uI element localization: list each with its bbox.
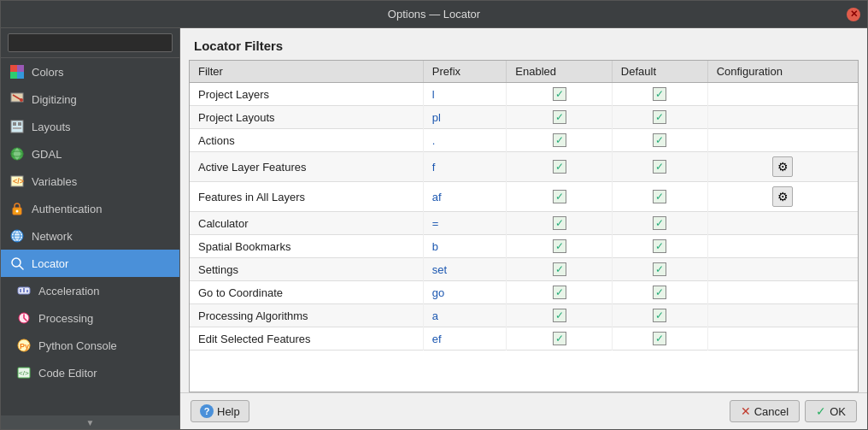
enabled-cell[interactable]: ✓ xyxy=(507,106,613,129)
default-cell[interactable]: ✓ xyxy=(612,281,707,304)
sidebar-item-digitizing[interactable]: Digitizing xyxy=(1,85,179,113)
enabled-cell[interactable]: ✓ xyxy=(507,212,613,235)
enabled-cell[interactable]: ✓ xyxy=(507,235,613,258)
svg-rect-24 xyxy=(20,289,21,292)
default-cell[interactable]: ✓ xyxy=(612,152,707,182)
cancel-button[interactable]: ✕ Cancel xyxy=(730,400,800,422)
filter-name-cell: Project Layouts xyxy=(190,106,423,129)
svg-text:</>: </> xyxy=(19,369,29,377)
sidebar-item-colors[interactable]: Colors xyxy=(1,58,179,85)
enabled-cell[interactable]: ✓ xyxy=(507,152,613,182)
table-row: Features in All Layersaf✓✓⚙ xyxy=(190,182,858,212)
svg-line-22 xyxy=(20,266,23,269)
default-cell[interactable]: ✓ xyxy=(612,212,707,235)
default-checkbox[interactable]: ✓ xyxy=(653,332,666,345)
enabled-checkbox[interactable]: ✓ xyxy=(553,239,566,253)
enabled-checkbox[interactable]: ✓ xyxy=(553,160,566,174)
sidebar-item-variables[interactable]: </> Variables xyxy=(1,168,179,195)
default-cell[interactable]: ✓ xyxy=(612,106,707,129)
enabled-cell[interactable]: ✓ xyxy=(507,129,613,152)
sidebar-item-authentication[interactable]: Authentication xyxy=(1,195,179,222)
sidebar-label-authentication: Authentication xyxy=(32,203,102,215)
search-input[interactable] xyxy=(8,33,173,52)
config-cell: ⚙ xyxy=(707,152,858,182)
sidebar-item-locator[interactable]: Locator xyxy=(1,250,179,277)
col-default: Default xyxy=(612,61,707,83)
enabled-checkbox[interactable]: ✓ xyxy=(553,190,566,203)
enabled-checkbox[interactable]: ✓ xyxy=(553,133,566,147)
svg-rect-3 xyxy=(17,72,24,79)
gdal-icon xyxy=(9,146,25,162)
table-row: Settingsset✓✓ xyxy=(190,258,858,281)
enabled-cell[interactable]: ✓ xyxy=(507,258,613,281)
prefix-cell: f xyxy=(423,152,506,182)
titlebar: Options — Locator ✕ xyxy=(1,1,867,28)
col-filter: Filter xyxy=(190,61,423,83)
enabled-checkbox[interactable]: ✓ xyxy=(553,262,566,276)
cancel-label: Cancel xyxy=(754,405,789,418)
default-checkbox[interactable]: ✓ xyxy=(653,190,666,203)
default-cell[interactable]: ✓ xyxy=(612,182,707,212)
enabled-cell[interactable]: ✓ xyxy=(507,83,613,106)
enabled-checkbox[interactable]: ✓ xyxy=(553,216,566,230)
sidebar-item-gdal[interactable]: GDAL xyxy=(1,140,179,168)
default-checkbox[interactable]: ✓ xyxy=(653,262,666,276)
svg-point-16 xyxy=(16,210,19,213)
network-icon xyxy=(9,228,25,244)
sidebar-label-variables: Variables xyxy=(32,175,77,188)
help-button[interactable]: ? Help xyxy=(191,400,249,422)
default-checkbox[interactable]: ✓ xyxy=(653,216,666,230)
default-cell[interactable]: ✓ xyxy=(612,83,707,106)
enabled-checkbox[interactable]: ✓ xyxy=(553,309,566,322)
action-buttons: ✕ Cancel ✓ OK xyxy=(730,400,857,422)
sidebar-label-colors: Colors xyxy=(32,66,64,79)
default-cell[interactable]: ✓ xyxy=(612,327,707,350)
sidebar-item-layouts[interactable]: Layouts xyxy=(1,113,179,140)
sidebar-item-network[interactable]: Network xyxy=(1,222,179,250)
filter-name-cell: Project Layers xyxy=(190,83,423,106)
ok-icon: ✓ xyxy=(816,404,826,418)
svg-rect-8 xyxy=(13,122,16,126)
enabled-cell[interactable]: ✓ xyxy=(507,304,613,327)
default-checkbox[interactable]: ✓ xyxy=(653,239,666,253)
default-cell[interactable]: ✓ xyxy=(612,304,707,327)
default-checkbox[interactable]: ✓ xyxy=(653,309,666,322)
sidebar-item-python-console[interactable]: Py Python Console xyxy=(1,332,179,359)
enabled-checkbox[interactable]: ✓ xyxy=(553,332,566,345)
sidebar-item-acceleration[interactable]: Acceleration xyxy=(1,277,179,304)
digitizing-icon xyxy=(9,91,25,107)
sidebar-item-code-editor[interactable]: </> Code Editor xyxy=(1,359,179,386)
default-checkbox[interactable]: ✓ xyxy=(653,110,666,124)
ok-button[interactable]: ✓ OK xyxy=(805,400,857,422)
enabled-checkbox[interactable]: ✓ xyxy=(553,87,566,101)
config-gear-button[interactable]: ⚙ xyxy=(772,156,793,177)
sidebar-label-digitizing: Digitizing xyxy=(32,93,77,106)
close-button[interactable]: ✕ xyxy=(847,8,860,21)
enabled-cell[interactable]: ✓ xyxy=(507,327,613,350)
sidebar-scroll-down[interactable]: ▼ xyxy=(1,415,179,429)
config-cell xyxy=(707,106,858,129)
default-checkbox[interactable]: ✓ xyxy=(653,286,666,299)
filter-name-cell: Active Layer Features xyxy=(190,152,423,182)
default-checkbox[interactable]: ✓ xyxy=(653,87,666,101)
filters-table: Filter Prefix Enabled Default Configurat… xyxy=(190,61,858,350)
enabled-checkbox[interactable]: ✓ xyxy=(553,110,566,124)
default-cell[interactable]: ✓ xyxy=(612,258,707,281)
default-cell[interactable]: ✓ xyxy=(612,235,707,258)
help-icon: ? xyxy=(200,404,214,418)
table-row: Active Layer Featuresf✓✓⚙ xyxy=(190,152,858,182)
layouts-icon xyxy=(9,119,25,134)
default-checkbox[interactable]: ✓ xyxy=(653,133,666,147)
enabled-cell[interactable]: ✓ xyxy=(507,281,613,304)
table-row: Edit Selected Featuresef✓✓ xyxy=(190,327,858,350)
enabled-cell[interactable]: ✓ xyxy=(507,182,613,212)
config-gear-button[interactable]: ⚙ xyxy=(772,186,793,207)
default-checkbox[interactable]: ✓ xyxy=(653,160,666,174)
config-cell xyxy=(707,281,858,304)
sidebar-item-processing[interactable]: Processing xyxy=(1,304,179,332)
prefix-cell: = xyxy=(423,212,506,235)
svg-rect-2 xyxy=(10,72,17,79)
enabled-checkbox[interactable]: ✓ xyxy=(553,286,566,299)
default-cell[interactable]: ✓ xyxy=(612,129,707,152)
main-window: Options — Locator ✕ C xyxy=(0,0,868,430)
